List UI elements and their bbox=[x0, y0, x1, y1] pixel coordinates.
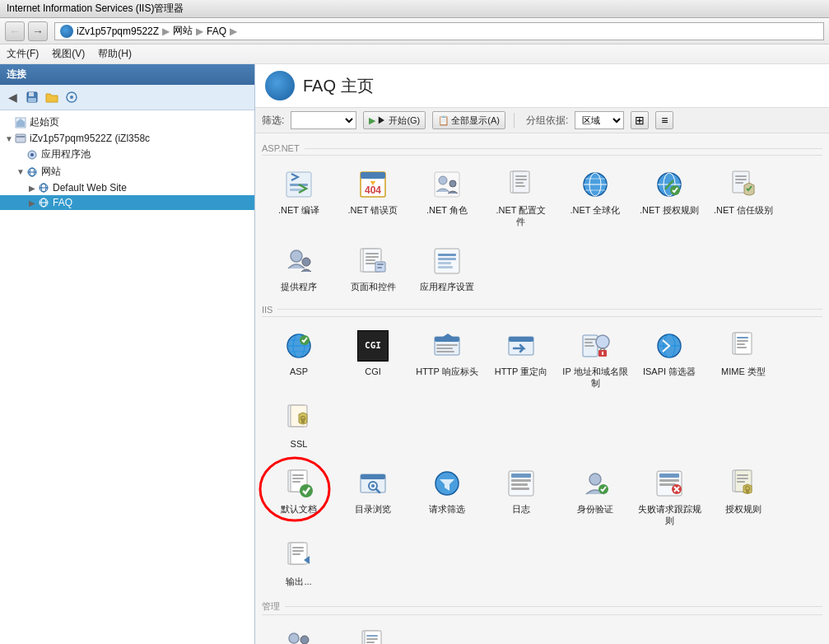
cgi-icon: CGI bbox=[357, 330, 389, 362]
sidebar-folder-btn[interactable] bbox=[43, 88, 61, 106]
start-icon: ▶ bbox=[369, 115, 375, 126]
svg-rect-46 bbox=[735, 179, 747, 180]
forward-button[interactable]: → bbox=[28, 21, 48, 41]
menu-view[interactable]: 视图(V) bbox=[52, 47, 85, 61]
feature-output[interactable]: 输出... bbox=[262, 532, 336, 593]
feature-net-config[interactable]: .NET 配置文件 bbox=[484, 161, 558, 234]
output-icon bbox=[283, 540, 314, 572]
svg-rect-63 bbox=[438, 266, 453, 268]
sidebar-connect-btn[interactable] bbox=[63, 88, 81, 106]
svg-rect-99 bbox=[292, 474, 304, 476]
group-select[interactable]: 区域 bbox=[575, 111, 624, 129]
logging-icon-wrap bbox=[505, 467, 538, 500]
default-doc-icon bbox=[283, 468, 314, 499]
feature-net-auth[interactable]: .NET 授权规则 bbox=[632, 161, 706, 234]
menu-help[interactable]: 帮助(H) bbox=[98, 47, 132, 61]
menu-bar: 文件(F) 视图(V) 帮助(H) bbox=[0, 44, 829, 64]
svg-point-27 bbox=[439, 176, 447, 184]
svg-rect-23 bbox=[361, 172, 385, 179]
svg-rect-135 bbox=[292, 553, 300, 555]
authz-icon bbox=[728, 468, 759, 499]
svg-point-81 bbox=[596, 335, 609, 348]
dir-browse-icon-wrap bbox=[356, 467, 389, 500]
feature-http-redirect[interactable]: HTTP 重定向 bbox=[484, 322, 558, 395]
feature-net-error[interactable]: 404 ! .NET 错误页 bbox=[336, 161, 410, 234]
sidebar-item-sites[interactable]: ▼ 网站 bbox=[0, 163, 254, 180]
isapi-filter-icon-wrap bbox=[653, 329, 686, 362]
request-filter-icon bbox=[431, 468, 463, 499]
sidebar-save-btn[interactable] bbox=[23, 88, 41, 106]
grid-view-button[interactable]: ⊞ bbox=[631, 111, 649, 129]
app-settings-icon bbox=[431, 245, 463, 277]
aspnet-grid: .NET 编译 404 ! .NET 错误页 bbox=[262, 161, 822, 234]
net-trust-icon-wrap bbox=[727, 168, 760, 201]
feature-net-trust[interactable]: .NET 信任级别 bbox=[706, 161, 780, 234]
show-all-icon: 📋 bbox=[438, 115, 449, 126]
net-role-label: .NET 角色 bbox=[426, 204, 468, 216]
back-button[interactable]: ← bbox=[5, 21, 25, 41]
request-filter-label: 请求筛选 bbox=[429, 503, 465, 515]
failed-req-icon bbox=[654, 468, 685, 499]
svg-rect-57 bbox=[377, 264, 384, 265]
logging-label: 日志 bbox=[512, 503, 530, 515]
svg-rect-128 bbox=[737, 481, 745, 483]
mime-label: MIME 类型 bbox=[721, 366, 766, 377]
asp-icon bbox=[283, 330, 314, 362]
feature-cgi[interactable]: CGI CGI bbox=[336, 322, 410, 395]
feature-net-role[interactable]: .NET 角色 bbox=[410, 161, 484, 234]
svg-point-9 bbox=[30, 153, 34, 156]
list-view-button[interactable]: ≡ bbox=[655, 111, 673, 129]
feature-http-response[interactable]: HTTP 响应标头 bbox=[410, 322, 484, 395]
sidebar-item-apppool[interactable]: 应用程序池 bbox=[0, 146, 254, 163]
feature-logging[interactable]: 日志 bbox=[484, 460, 558, 533]
features-scroll[interactable]: ASP.NET .NET 编译 bbox=[255, 133, 829, 644]
feature-iis-mgr-perms[interactable]: IIS 管理器权限 bbox=[262, 620, 336, 644]
filter-select[interactable] bbox=[291, 111, 356, 129]
svg-point-49 bbox=[302, 258, 310, 266]
feature-authz[interactable]: 授权规则 bbox=[706, 460, 780, 533]
provider-icon-wrap bbox=[282, 245, 315, 278]
sidebar-item-faq[interactable]: ▶ FAQ bbox=[0, 195, 254, 210]
sidebar-item-defaultsite[interactable]: ▶ Default Web Site bbox=[0, 180, 254, 195]
feature-app-settings[interactable]: 应用程序设置 bbox=[410, 237, 484, 298]
menu-file[interactable]: 文件(F) bbox=[7, 47, 39, 61]
feature-provider[interactable]: 提供程序 bbox=[262, 237, 336, 298]
svg-rect-34 bbox=[515, 185, 525, 187]
feature-auth[interactable]: 身份验证 bbox=[558, 460, 632, 533]
svg-rect-111 bbox=[511, 474, 531, 478]
feature-asp[interactable]: ASP bbox=[262, 322, 336, 395]
svg-rect-112 bbox=[511, 479, 531, 482]
content-area: FAQ 主页 筛选: ▶ ▶ 开始(G) 📋 全部显示(A) 分组依据: 区域 … bbox=[255, 64, 829, 644]
net-role-icon-wrap bbox=[431, 168, 463, 201]
feature-default-doc[interactable]: 默认文档 bbox=[262, 460, 336, 520]
feature-ip-domain[interactable]: IP 地址和域名限制 bbox=[558, 322, 632, 395]
section-iis-line bbox=[277, 309, 822, 310]
pages-controls-icon bbox=[357, 245, 389, 277]
iis-grid-2: 默认文档 bbox=[262, 460, 822, 594]
address-part1: iZv1p57pqm9522Z bbox=[77, 26, 159, 37]
feature-failed-req[interactable]: 失败请求跟踪规则 bbox=[632, 460, 706, 533]
address-icon bbox=[60, 25, 73, 38]
sidebar-item-server[interactable]: ▼ iZv1p57pqm9522Z (iZl358c bbox=[0, 131, 254, 146]
section-manage-line bbox=[285, 606, 822, 607]
svg-rect-45 bbox=[735, 175, 747, 177]
svg-rect-90 bbox=[737, 340, 748, 342]
config-editor-icon bbox=[357, 628, 389, 644]
feature-request-filter[interactable]: 请求筛选 bbox=[410, 460, 484, 533]
feature-isapi-filter[interactable]: ISAPI 筛选器 bbox=[632, 322, 706, 395]
feature-ssl[interactable]: SSL bbox=[262, 394, 336, 455]
svg-rect-133 bbox=[292, 547, 304, 548]
feature-net-global[interactable]: .NET 全球化 bbox=[558, 161, 632, 234]
feature-mime[interactable]: MIME 类型 bbox=[706, 322, 780, 395]
sidebar-back-btn[interactable]: ◀ bbox=[3, 88, 21, 106]
feature-config-editor[interactable]: 配置编辑器 bbox=[336, 620, 410, 644]
feature-dir-browse[interactable]: 目录浏览 bbox=[336, 460, 410, 533]
feature-pages-controls[interactable]: 页面和控件 bbox=[336, 237, 410, 298]
net-auth-icon-wrap bbox=[653, 168, 686, 201]
dir-browse-label: 目录浏览 bbox=[355, 503, 391, 515]
sidebar-item-start[interactable]: 起始页 bbox=[0, 114, 254, 131]
feature-net-compile[interactable]: .NET 编译 bbox=[262, 161, 336, 234]
start-button[interactable]: ▶ ▶ 开始(G) bbox=[363, 111, 426, 129]
show-all-button[interactable]: 📋 全部显示(A) bbox=[432, 111, 505, 129]
net-auth-label: .NET 授权规则 bbox=[640, 204, 699, 216]
